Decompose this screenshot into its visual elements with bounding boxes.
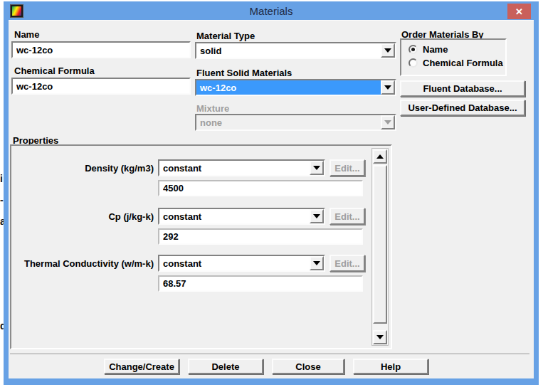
fluent-solid-materials-label: Fluent Solid Materials: [196, 68, 292, 78]
material-type-dropdown-button[interactable]: [381, 43, 395, 58]
radio-order-by-chemical-formula[interactable]: Chemical Formula: [408, 58, 503, 68]
fluent-solid-materials-value: wc-12co: [196, 80, 381, 95]
close-button[interactable]: Close: [272, 359, 344, 374]
radio-unselected-icon: [408, 58, 418, 68]
help-button[interactable]: Help: [353, 359, 428, 374]
mixture-label: Mixture: [196, 103, 229, 114]
window-title: Materials: [4, 5, 539, 17]
mixture-value: none: [196, 115, 381, 129]
materials-dialog-window: Materials ✕ Name Chemical Formula Materi…: [4, 1, 539, 385]
radio-order-by-name-label: Name: [423, 44, 448, 55]
cp-edit-button: Edit...: [330, 208, 365, 225]
separator-line: [10, 354, 529, 355]
chevron-down-icon: [384, 120, 391, 125]
chevron-down-icon: [313, 166, 320, 170]
properties-groupbox: Density (kg/m3) constant Edit... Cp (j/k…: [10, 144, 392, 349]
screenshot-stage: i - a d Materials ✕ Name Chemical Formul…: [0, 0, 543, 392]
density-label: Density (kg/m3): [11, 159, 154, 176]
delete-button[interactable]: Delete: [188, 359, 263, 374]
radio-order-by-chemical-formula-label: Chemical Formula: [423, 58, 503, 68]
thermal-conductivity-value-input[interactable]: [158, 275, 363, 292]
density-method-dropdown[interactable]: constant: [158, 159, 325, 176]
chevron-up-icon: [376, 154, 384, 159]
scrollbar-down-button[interactable]: [373, 330, 387, 344]
thermal-conductivity-edit-button: Edit...: [330, 255, 365, 272]
title-bar[interactable]: Materials ✕: [4, 1, 539, 20]
user-defined-database-button[interactable]: User-Defined Database...: [400, 100, 525, 116]
thermal-conductivity-dropdown-button[interactable]: [310, 256, 324, 270]
density-edit-button: Edit...: [330, 159, 365, 176]
fluent-solid-materials-dropdown-button[interactable]: [381, 80, 395, 95]
cp-dropdown-button[interactable]: [310, 209, 324, 223]
material-type-value: solid: [196, 43, 381, 58]
cp-value-input[interactable]: [158, 228, 363, 245]
chevron-down-icon: [384, 85, 391, 90]
fluent-solid-materials-dropdown[interactable]: wc-12co: [195, 79, 396, 96]
name-input[interactable]: [11, 41, 191, 58]
properties-scrollbar[interactable]: [371, 148, 389, 346]
chemical-formula-input[interactable]: [11, 78, 191, 95]
chevron-down-icon: [376, 335, 384, 339]
material-type-label: Material Type: [196, 31, 255, 41]
mixture-dropdown: none: [195, 114, 396, 131]
thermal-conductivity-label: Thermal Conductivity (w/m-k): [11, 255, 154, 272]
chevron-down-icon: [313, 214, 320, 218]
radio-selected-icon: [408, 45, 418, 54]
cp-method-value: constant: [159, 209, 310, 223]
cp-label: Cp (j/kg-k): [11, 208, 154, 225]
cp-method-dropdown[interactable]: constant: [158, 208, 325, 225]
scrollbar-up-button[interactable]: [373, 149, 387, 164]
radio-order-by-name[interactable]: Name: [408, 44, 448, 55]
change-create-button[interactable]: Change/Create: [104, 359, 179, 374]
backdrop-text-fragment: -: [0, 194, 4, 206]
mixture-dropdown-button: [381, 115, 395, 129]
chevron-down-icon: [313, 261, 320, 265]
backdrop-text-fragment: i: [0, 173, 3, 184]
density-method-value: constant: [159, 161, 310, 175]
material-type-dropdown[interactable]: solid: [195, 42, 396, 59]
density-value-input[interactable]: [158, 180, 363, 196]
chevron-down-icon: [384, 48, 391, 53]
order-materials-by-groupbox: Name Chemical Formula: [400, 38, 507, 76]
scrollbar-thumb[interactable]: [373, 165, 387, 324]
chemical-formula-label: Chemical Formula: [14, 65, 95, 76]
name-label: Name: [14, 29, 39, 40]
thermal-conductivity-method-value: constant: [159, 256, 310, 270]
fluent-database-button[interactable]: Fluent Database...: [400, 80, 525, 97]
density-dropdown-button[interactable]: [310, 161, 324, 175]
thermal-conductivity-method-dropdown[interactable]: constant: [158, 255, 325, 272]
dialog-client-area: Name Chemical Formula Material Type soli…: [9, 20, 534, 378]
fluent-app-icon: [10, 4, 23, 18]
close-window-button[interactable]: ✕: [507, 4, 531, 19]
close-icon: ✕: [515, 6, 523, 17]
